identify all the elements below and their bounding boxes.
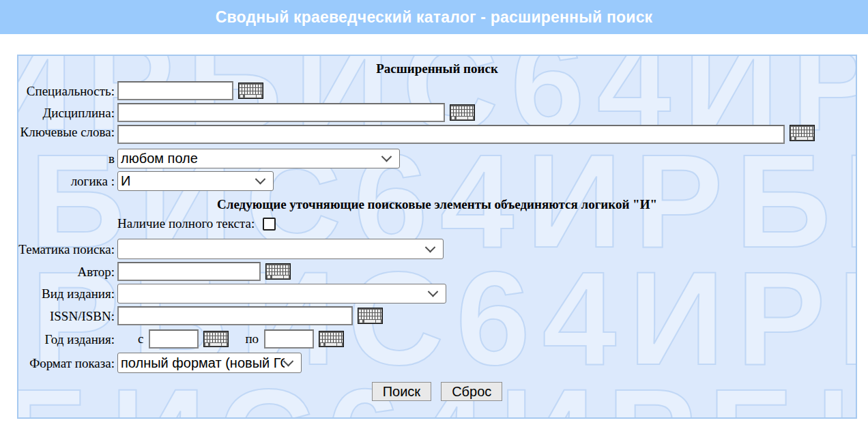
- keywords-label: Ключевые слова:: [18, 125, 117, 139]
- logic-label: логика :: [18, 174, 117, 188]
- chevron-down-icon: [381, 151, 392, 162]
- pub-type-select[interactable]: [117, 284, 446, 304]
- field-row-logic: логика : И: [18, 171, 856, 191]
- chevron-down-icon: [425, 241, 436, 252]
- fulltext-label: Наличие полного текста:: [117, 216, 255, 231]
- year-from-label: с: [138, 331, 143, 346]
- advanced-search-panel: ИРБИС64ИРБИС64ИРБИС64 ИРБИС64ИРБИС64ИРБИ…: [17, 55, 857, 419]
- year-label: Год издания:: [18, 332, 117, 346]
- page-title: Сводный краеведческий каталог - расширен…: [216, 8, 653, 27]
- buttons-row: Поиск Сброс: [18, 382, 856, 401]
- keyboard-icon[interactable]: [790, 125, 815, 141]
- search-in-selected-value: любом поле: [121, 151, 383, 166]
- discipline-label: Дисциплина:: [18, 106, 117, 120]
- author-label: Автор:: [18, 265, 117, 279]
- header-bar: Сводный краеведческий каталог - расширен…: [0, 0, 868, 34]
- field-row-year: Год издания: с по: [18, 329, 856, 349]
- field-row-format: Формат показа: полный формат (новый ГОСТ…: [18, 353, 856, 373]
- year-from-input[interactable]: [149, 329, 199, 349]
- keywords-input[interactable]: [117, 125, 785, 144]
- field-row-keywords: Ключевые слова:: [18, 125, 856, 144]
- discipline-input[interactable]: [117, 103, 445, 122]
- field-row-pub-type: Вид издания:: [18, 284, 856, 304]
- issn-label: ISSN/ISBN:: [18, 309, 117, 323]
- keyboard-icon[interactable]: [238, 83, 263, 99]
- keyboard-icon[interactable]: [319, 331, 344, 347]
- form-title: Расширенный поиск: [18, 61, 856, 76]
- field-row-specialty: Специальность:: [18, 81, 856, 100]
- logic-selected-value: И: [121, 173, 257, 189]
- logic-select[interactable]: И: [117, 171, 274, 191]
- chevron-down-icon: [428, 286, 439, 297]
- format-select[interactable]: полный формат (новый ГОСТ): [117, 353, 302, 373]
- chevron-down-icon: [255, 174, 266, 185]
- keyboard-icon[interactable]: [358, 308, 383, 324]
- theme-label: Тематика поиска:: [18, 242, 117, 256]
- format-label: Формат показа:: [18, 356, 117, 370]
- field-row-author: Автор:: [18, 262, 856, 281]
- specialty-label: Специальность:: [18, 84, 117, 98]
- specialty-input[interactable]: [117, 81, 233, 100]
- year-to-label: по: [245, 331, 259, 346]
- reset-button[interactable]: Сброс: [441, 382, 502, 401]
- field-row-discipline: Дисциплина:: [18, 103, 856, 122]
- keyboard-icon[interactable]: [203, 331, 229, 347]
- search-in-label: в: [18, 151, 117, 166]
- fulltext-checkbox[interactable]: [263, 218, 276, 231]
- format-selected-value: полный формат (новый ГОСТ): [121, 355, 285, 371]
- pub-type-label: Вид издания:: [18, 286, 117, 301]
- logic-note: Следующие уточняющие поисковые элементы …: [18, 197, 856, 212]
- field-row-fulltext: Наличие полного текста:: [18, 216, 856, 231]
- theme-select[interactable]: [117, 239, 444, 259]
- keyboard-icon[interactable]: [450, 104, 475, 121]
- chevron-down-icon: [283, 355, 294, 366]
- author-input[interactable]: [117, 262, 261, 281]
- search-in-select[interactable]: любом поле: [117, 149, 400, 168]
- issn-input[interactable]: [117, 306, 353, 325]
- search-form: Расширенный поиск Специальность: Дисципл…: [18, 56, 856, 401]
- field-row-search-in: в любом поле: [18, 149, 856, 168]
- keyboard-icon[interactable]: [265, 263, 291, 280]
- field-row-theme: Тематика поиска:: [18, 239, 856, 259]
- search-button[interactable]: Поиск: [372, 382, 431, 401]
- field-row-issn: ISSN/ISBN:: [18, 306, 856, 325]
- year-to-input[interactable]: [264, 329, 314, 349]
